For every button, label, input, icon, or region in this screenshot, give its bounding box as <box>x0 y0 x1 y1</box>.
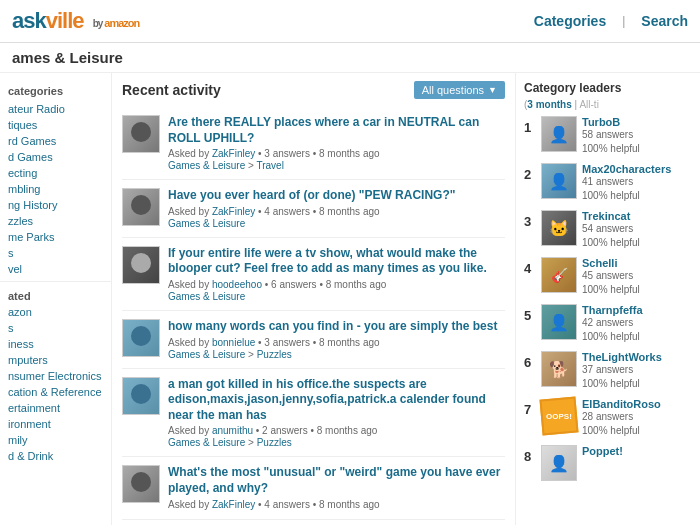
sidebar-item-board-games[interactable]: rd Games <box>0 133 111 149</box>
leader-item: 5 👤 Tharnpfeffa 42 answers100% helpful <box>524 304 692 344</box>
leader-info: ElBanditoRoso 28 answers100% helpful <box>582 398 661 438</box>
activity-category: Games & Leisure <box>168 218 505 229</box>
sidebar-item-travel[interactable]: vel <box>0 261 111 277</box>
leader-rank: 3 <box>524 214 536 229</box>
sidebar-divider <box>0 281 111 282</box>
activity-author[interactable]: hoodeehoo <box>212 279 262 290</box>
sidebar-item-card-games[interactable]: d Games <box>0 149 111 165</box>
leader-avatar: 🐱 <box>541 210 577 246</box>
activity-meta: Asked by hoodeehoo • 6 answers • 8 month… <box>168 279 505 290</box>
activity-title[interactable]: Have you ever heard of (or done) "PEW RA… <box>168 188 505 204</box>
sidebar-categories-label: categories <box>0 81 111 101</box>
logo: askville by amazon <box>12 8 139 34</box>
leader-name[interactable]: TheLightWorks <box>582 351 662 363</box>
activity-author[interactable]: bonnielue <box>212 337 255 348</box>
sidebar-item-computers[interactable]: mputers <box>0 352 111 368</box>
leader-rank: 5 <box>524 308 536 323</box>
recent-activity-title: Recent activity <box>122 82 221 98</box>
sidebar-item-amazon[interactable]: azon <box>0 304 111 320</box>
activity-content: Are there REALLY places where a car in N… <box>168 115 505 171</box>
leader-avatar: 🎸 <box>541 257 577 293</box>
leader-rank: 2 <box>524 167 536 182</box>
activity-author[interactable]: anumithu <box>212 425 253 436</box>
activity-category: Games & Leisure > Puzzles <box>168 349 505 360</box>
sidebar-item-business[interactable]: iness <box>0 336 111 352</box>
sidebar-item-consumer-electronics[interactable]: nsumer Electronics <box>0 368 111 384</box>
nav-categories[interactable]: Categories <box>534 13 606 29</box>
activity-category: Games & Leisure > Puzzles <box>168 437 505 448</box>
nav-search[interactable]: Search <box>641 13 688 29</box>
leader-rank: 1 <box>524 120 536 135</box>
leader-item: 4 🎸 Schelli 45 answers100% helpful <box>524 257 692 297</box>
leader-info: Trekincat 54 answers100% helpful <box>582 210 640 250</box>
activity-meta: Asked by ZakFinley • 3 answers • 8 month… <box>168 148 505 159</box>
leader-info: TurboB 58 answers100% helpful <box>582 116 640 156</box>
leader-name[interactable]: Max20characters <box>582 163 671 175</box>
avatar <box>122 465 160 503</box>
activity-meta: Asked by anumithu • 2 answers • 8 months… <box>168 425 505 436</box>
layout: categories ateur Radio tiques rd Games d… <box>0 73 700 525</box>
activity-title[interactable]: If your entire life were a tv show, what… <box>168 246 505 277</box>
activity-title[interactable]: how many words can you find in - you are… <box>168 319 505 335</box>
activity-meta: Asked by ZakFinley • 4 answers • 8 month… <box>168 499 505 510</box>
sidebar-item-education[interactable]: cation & Reference <box>0 384 111 400</box>
leader-name[interactable]: Tharnpfeffa <box>582 304 643 316</box>
header: askville by amazon Categories | Search <box>0 0 700 43</box>
sidebar-item-amateur-radio[interactable]: ateur Radio <box>0 101 111 117</box>
sidebar-item-theme-parks[interactable]: me Parks <box>0 229 111 245</box>
sidebar-item-arts[interactable]: s <box>0 320 111 336</box>
leader-stats: 41 answers100% helpful <box>582 175 671 203</box>
logo-ask: ask <box>12 8 46 33</box>
sidebar-item-gaming-history[interactable]: ng History <box>0 197 111 213</box>
leader-rank: 4 <box>524 261 536 276</box>
activity-item: If your entire life were a tv show, what… <box>122 238 505 311</box>
leader-name[interactable]: Poppet! <box>582 445 623 457</box>
right-panel: Category leaders (3 months | All-ti 1 👤 … <box>515 73 700 525</box>
activity-title[interactable]: What's the most "unusual" or "weird" gam… <box>168 465 505 496</box>
avatar <box>122 246 160 284</box>
sidebar-item-environment[interactable]: ironment <box>0 416 111 432</box>
activity-content: how many words can you find in - you are… <box>168 319 505 360</box>
sidebar-item-entertainment[interactable]: ertainment <box>0 400 111 416</box>
leader-name[interactable]: Schelli <box>582 257 640 269</box>
leader-stats: 58 answers100% helpful <box>582 128 640 156</box>
main-content: Recent activity All questions ▼ Are ther… <box>112 73 515 525</box>
leader-info: TheLightWorks 37 answers100% helpful <box>582 351 662 391</box>
activity-content: What's the most "unusual" or "weird" gam… <box>168 465 505 510</box>
leader-info: Max20characters 41 answers100% helpful <box>582 163 671 203</box>
sidebar-item-puzzles[interactable]: zzles <box>0 213 111 229</box>
sidebar-item-antiques[interactable]: tiques <box>0 117 111 133</box>
activity-author[interactable]: ZakFinley <box>212 206 255 217</box>
nav-divider: | <box>622 14 625 28</box>
leader-item: 6 🐕 TheLightWorks 37 answers100% helpful <box>524 351 692 391</box>
avatar <box>122 188 160 226</box>
activity-author[interactable]: ZakFinley <box>212 499 255 510</box>
leader-name[interactable]: Trekincat <box>582 210 640 222</box>
leader-name[interactable]: TurboB <box>582 116 640 128</box>
leader-item: 7 OOPS! ElBanditoRoso 28 answers100% hel… <box>524 398 692 438</box>
leader-name[interactable]: ElBanditoRoso <box>582 398 661 410</box>
leader-item: 8 👤 Poppet! <box>524 445 692 481</box>
leader-info: Tharnpfeffa 42 answers100% helpful <box>582 304 643 344</box>
leader-avatar: 👤 <box>541 445 577 481</box>
activity-author[interactable]: ZakFinley <box>212 148 255 159</box>
sidebar-item-food-drink[interactable]: d & Drink <box>0 448 111 464</box>
sidebar-item-gambling[interactable]: mbling <box>0 181 111 197</box>
activity-title[interactable]: a man got killed in his office.the suspe… <box>168 377 505 424</box>
filter-months[interactable]: 3 months <box>527 99 571 110</box>
main-header: Recent activity All questions ▼ <box>122 81 505 99</box>
sidebar: categories ateur Radio tiques rd Games d… <box>0 73 112 525</box>
leader-item: 2 👤 Max20characters 41 answers100% helpf… <box>524 163 692 203</box>
logo-ville: ville <box>46 8 84 33</box>
leader-stats: 37 answers100% helpful <box>582 363 662 391</box>
sidebar-item-family[interactable]: mily <box>0 432 111 448</box>
activity-content: a man got killed in his office.the suspe… <box>168 377 505 449</box>
sidebar-item-collecting[interactable]: ecting <box>0 165 111 181</box>
leader-rank: 7 <box>524 402 536 417</box>
all-questions-button[interactable]: All questions ▼ <box>414 81 505 99</box>
leader-avatar: 👤 <box>541 163 577 199</box>
leader-stats: 45 answers100% helpful <box>582 269 640 297</box>
activity-title[interactable]: Are there REALLY places where a car in N… <box>168 115 505 146</box>
sidebar-item-s[interactable]: s <box>0 245 111 261</box>
filter-alltime[interactable]: All-ti <box>579 99 598 110</box>
